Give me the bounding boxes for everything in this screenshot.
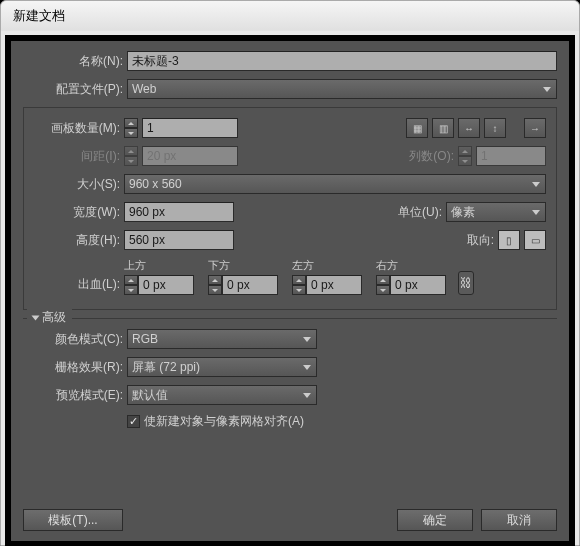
units-label: 单位(U): [376,204,442,221]
bleed-left-input[interactable] [306,275,362,295]
bleed-top-input[interactable] [138,275,194,295]
arrange-h-icon[interactable]: ↔ [458,118,480,138]
spacing-label: 间距(I): [34,148,120,165]
bleed-bottom-label: 下方 [208,258,278,273]
colormode-label: 颜色模式(C): [23,331,123,348]
grid-by-col-icon[interactable]: ▥ [432,118,454,138]
template-button[interactable]: 模板(T)... [23,509,123,531]
template-label: 模板(T)... [48,512,97,529]
raster-label: 栅格效果(R): [23,359,123,376]
dialog-panel: 名称(N): 配置文件(P): Web 画板数量(M): ▦ ▥ ↔ ↕ [11,41,569,541]
name-label: 名称(N): [23,53,123,70]
advanced-separator: 高级 [23,318,557,319]
advanced-label: 高级 [42,309,66,326]
dialog-body: 名称(N): 配置文件(P): Web 画板数量(M): ▦ ▥ ↔ ↕ [5,35,575,546]
colormode-dropdown[interactable]: RGB [127,329,317,349]
arrange-v-icon[interactable]: ↕ [484,118,506,138]
ok-button[interactable]: 确定 [397,509,473,531]
align-pixel-checkbox[interactable]: 使新建对象与像素网格对齐(A) [127,413,304,430]
link-bleed-icon[interactable]: ⛓ [458,271,474,295]
artboard-fieldset: 画板数量(M): ▦ ▥ ↔ ↕ → 间距(I): 列数(O): [23,107,557,310]
bleed-right-spinner[interactable] [376,275,390,295]
bleed-top-spinner[interactable] [124,275,138,295]
spacing-input [142,146,238,166]
preview-value: 默认值 [132,387,168,404]
bleed-right-input[interactable] [390,275,446,295]
colormode-value: RGB [132,332,158,346]
preview-dropdown[interactable]: 默认值 [127,385,317,405]
advanced-toggle[interactable]: 高级 [27,309,72,326]
bleed-left-label: 左方 [292,258,362,273]
size-dropdown[interactable]: 960 x 560 [124,174,546,194]
bleed-label: 出血(L): [34,276,120,293]
width-label: 宽度(W): [34,204,120,221]
cancel-label: 取消 [507,512,531,529]
artboards-input[interactable] [142,118,238,138]
dialog-title: 新建文档 [1,1,579,31]
arrow-right-icon[interactable]: → [524,118,546,138]
disclosure-triangle-icon [32,315,40,320]
name-input[interactable] [127,51,557,71]
artboards-label: 画板数量(M): [34,120,120,137]
size-value: 960 x 560 [129,177,182,191]
cols-input [476,146,546,166]
align-pixel-label: 使新建对象与像素网格对齐(A) [144,413,304,430]
grid-by-row-icon[interactable]: ▦ [406,118,428,138]
bleed-top-label: 上方 [124,258,194,273]
width-input[interactable] [124,202,234,222]
profile-dropdown[interactable]: Web [127,79,557,99]
new-document-dialog: 新建文档 名称(N): 配置文件(P): Web 画板数量(M): ▦ ▥ ↔ [0,0,580,546]
units-dropdown[interactable]: 像素 [446,202,546,222]
orient-label: 取向: [428,232,494,249]
cols-spinner [458,146,472,166]
raster-dropdown[interactable]: 屏幕 (72 ppi) [127,357,317,377]
height-label: 高度(H): [34,232,120,249]
ok-label: 确定 [423,512,447,529]
landscape-icon[interactable]: ▭ [524,230,546,250]
artboards-spinner[interactable] [124,118,138,138]
profile-label: 配置文件(P): [23,81,123,98]
bleed-right-label: 右方 [376,258,446,273]
portrait-icon[interactable]: ▯ [498,230,520,250]
bleed-left-spinner[interactable] [292,275,306,295]
units-value: 像素 [451,204,475,221]
preview-label: 预览模式(E): [23,387,123,404]
height-input[interactable] [124,230,234,250]
size-label: 大小(S): [34,176,120,193]
spacing-spinner [124,146,138,166]
bleed-bottom-input[interactable] [222,275,278,295]
profile-value: Web [132,82,156,96]
raster-value: 屏幕 (72 ppi) [132,359,200,376]
bleed-bottom-spinner[interactable] [208,275,222,295]
checkbox-icon [127,415,140,428]
cancel-button[interactable]: 取消 [481,509,557,531]
cols-label: 列数(O): [388,148,454,165]
